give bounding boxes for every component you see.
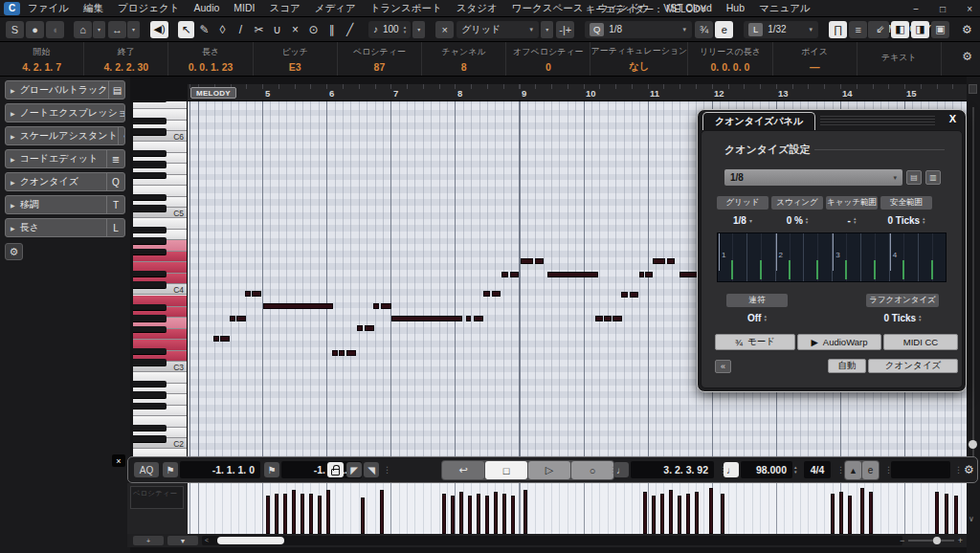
quantize-column-value[interactable]: 0 %▴▾	[771, 213, 823, 227]
piano-key-black[interactable]	[133, 271, 167, 278]
quantize-column-value[interactable]: -▴▾	[826, 213, 878, 227]
quantize-panel-button[interactable]: e	[715, 21, 733, 38]
midi-note[interactable]	[595, 316, 603, 321]
erase-tool[interactable]: ◊	[214, 21, 231, 38]
velocity-bar[interactable]	[860, 488, 864, 534]
mode-button[interactable]: ¾ モード	[715, 334, 795, 350]
piano-key-black[interactable]	[133, 205, 167, 212]
info-field[interactable]: ボイス—	[773, 42, 858, 76]
aq-button[interactable]: AQ	[134, 462, 159, 477]
velocity-bar[interactable]	[380, 490, 384, 534]
record-in-editor-button[interactable]: ●	[26, 21, 44, 38]
velocity-bar[interactable]	[292, 490, 296, 534]
tuplet-button[interactable]: 連符	[726, 294, 788, 307]
rough-quantize-button[interactable]: ラフクオンタイズ	[866, 294, 939, 307]
tuplet-value[interactable]: Off▴▾	[726, 311, 788, 324]
menu-item[interactable]: トランスポート	[370, 2, 442, 15]
velocity-bar[interactable]	[318, 496, 322, 534]
midi-note[interactable]	[357, 325, 363, 331]
piano-key-black[interactable]	[133, 172, 167, 180]
grid-type-field[interactable]: グリッド ▼	[457, 21, 539, 38]
open-in-project-button[interactable]: ⇙	[871, 21, 889, 38]
piano-key-black[interactable]	[133, 391, 167, 399]
record-button[interactable]: ○	[571, 461, 613, 479]
menu-item[interactable]: スタジオ	[457, 2, 498, 15]
piano-key-black[interactable]	[133, 425, 167, 432]
velocity-bar[interactable]	[511, 496, 515, 534]
menu-item[interactable]: ワークスペース	[512, 2, 584, 15]
cubase-logo-icon[interactable]: C	[4, 2, 20, 15]
sidebar-item-◪[interactable]: ▶ノートエクスプレッション◪	[5, 103, 125, 122]
midi-note[interactable]	[474, 316, 483, 321]
punch-in-button[interactable]: ◤	[346, 462, 362, 477]
object-selection-tool[interactable]: ↖	[178, 21, 194, 38]
piano-key-black[interactable]	[133, 326, 167, 334]
midi-note[interactable]	[263, 303, 333, 309]
toolbar-settings-gear-icon[interactable]: ⚙	[959, 21, 975, 38]
info-field[interactable]: 長さ0. 0. 1. 23	[168, 42, 253, 76]
rough-quantize-value[interactable]: 0 Ticks▴▾	[866, 311, 939, 324]
playhead-position-value[interactable]: 3. 2. 3. 92	[631, 461, 714, 478]
sidebar-item-L[interactable]: ▶長さL	[5, 218, 125, 237]
sidebar-item-T[interactable]: ▶移調T	[5, 195, 125, 214]
velocity-bar[interactable]	[523, 490, 527, 534]
menu-item[interactable]: ファイル	[28, 2, 69, 15]
quantize-panel-tab[interactable]: クオンタイズパネル	[702, 112, 815, 130]
midi-note[interactable]	[510, 272, 519, 277]
quantize-column-button[interactable]: スウィング	[771, 196, 823, 210]
midi-note[interactable]	[612, 316, 622, 321]
piano-key-black[interactable]	[133, 237, 167, 245]
right-locator-flag-icon[interactable]: ⚑	[264, 462, 279, 477]
velocity-bar[interactable]	[643, 492, 647, 534]
controller-lane-label[interactable]: ベロシティー	[130, 486, 184, 509]
info-field[interactable]: アーティキュレーションなし	[590, 42, 688, 76]
split-tool[interactable]: ✂	[251, 21, 267, 38]
midi-note[interactable]	[604, 316, 612, 321]
velocity-bar[interactable]	[660, 494, 664, 534]
cycle-button[interactable]: ↩	[442, 461, 484, 479]
velocity-bar[interactable]	[669, 490, 673, 534]
piano-key-black[interactable]	[133, 348, 167, 356]
snap-button[interactable]: ×	[435, 21, 454, 38]
midi-note[interactable]	[365, 325, 374, 331]
piano-key-black[interactable]	[133, 435, 167, 443]
velocity-bar[interactable]	[326, 490, 330, 534]
left-zone-button[interactable]: ◧	[891, 21, 909, 38]
midi-note[interactable]	[213, 336, 219, 342]
velocity-bar[interactable]	[954, 496, 958, 534]
velocity-bar[interactable]	[721, 494, 724, 534]
midi-cc-button[interactable]: MIDI CC	[883, 334, 958, 350]
velocity-bar[interactable]	[502, 494, 506, 534]
midi-note[interactable]	[391, 316, 462, 321]
midi-note[interactable]	[252, 291, 261, 297]
velocity-bar[interactable]	[494, 492, 498, 534]
midi-note[interactable]	[621, 292, 628, 298]
draw-tool[interactable]: ✎	[196, 21, 212, 38]
horizontal-zoom-slider[interactable]: − +	[900, 537, 963, 544]
feedback-button[interactable]: ◖	[46, 21, 64, 38]
info-field[interactable]: 終了4. 2. 2. 30	[84, 42, 168, 76]
piano-key-black[interactable]	[133, 315, 167, 322]
sidebar-item-▤[interactable]: ▶グローバルトラック▤	[5, 80, 125, 100]
tempo-track-button[interactable]: ♩	[724, 462, 739, 477]
remove-preset-button[interactable]: ▥	[925, 170, 941, 185]
velocity-bar[interactable]	[266, 496, 270, 534]
add-controller-lane-button[interactable]: +	[133, 536, 164, 545]
insert-velocity-dropdown[interactable]: ▾	[412, 21, 425, 38]
quantize-column-button[interactable]: キャッチ範囲	[826, 196, 878, 210]
part-marker[interactable]: MELODY	[190, 87, 236, 99]
note-bracket-button[interactable]: ∏	[829, 21, 847, 38]
sidebar-item-∿[interactable]: ▶スケールアシスタント∿	[5, 126, 125, 145]
info-field[interactable]: ベロシティー87	[338, 42, 422, 76]
punch-out-button[interactable]: ◥	[364, 462, 379, 477]
pin-button[interactable]: ⌂	[74, 21, 92, 38]
ruler-options-button[interactable]	[969, 84, 977, 94]
velocity-bar[interactable]	[309, 494, 313, 534]
close-button[interactable]: ×	[967, 4, 972, 14]
info-field[interactable]: テキスト	[858, 42, 942, 76]
menu-item[interactable]: Audio	[193, 2, 219, 15]
quantize-panel-close-button[interactable]: X	[949, 113, 956, 124]
velocity-bar[interactable]	[831, 494, 835, 534]
quantize-column-button[interactable]: 安全範囲	[880, 196, 932, 210]
piano-key-black[interactable]	[133, 359, 167, 366]
